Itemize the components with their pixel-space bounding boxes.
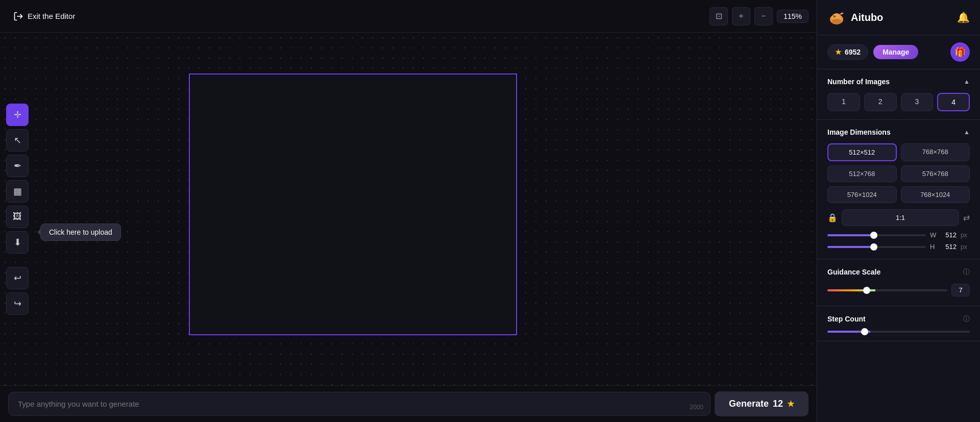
svg-point-3	[834, 15, 836, 17]
width-value: 512	[941, 231, 957, 239]
image-dimensions-chevron: ▲	[964, 129, 970, 136]
top-bar-right: ⊡ ＋ － 115%	[709, 7, 808, 26]
prompt-input-wrap: 2000	[8, 392, 710, 416]
num-images-title: Number of Images	[827, 78, 890, 86]
redo-button[interactable]: ↪	[6, 292, 29, 315]
manage-button[interactable]: Manage	[873, 45, 918, 59]
guidance-value: 7	[951, 284, 970, 296]
upload-tooltip: Click here to upload	[40, 224, 121, 241]
ratio-row: 🔒 ⇄	[827, 209, 970, 226]
lock-icon[interactable]: 🔒	[827, 213, 838, 222]
credits-value: 6952	[845, 48, 861, 56]
image-icon: 🖼	[13, 211, 22, 222]
star-icon: ★	[787, 399, 794, 409]
num-3-button[interactable]: 3	[901, 93, 934, 111]
swap-icon[interactable]: ⇄	[963, 213, 970, 222]
pen-tool-button[interactable]: ✒	[6, 155, 29, 177]
dim-768x768-button[interactable]: 768×768	[901, 143, 970, 161]
left-toolbar: ✛ ↖ ✒ ▦ 🖼 Click here to upload ⬇ ↩ ↪	[6, 104, 29, 315]
height-row: H 512 px	[827, 243, 970, 251]
pen-icon: ✒	[14, 160, 21, 171]
guidance-info-icon[interactable]: ⓘ	[963, 267, 970, 277]
redo-icon: ↪	[14, 298, 21, 309]
credits-badge: ★ 6952	[827, 44, 868, 60]
image-dimensions-section: Image Dimensions ▲ 512×512 768×768 512×7…	[817, 120, 980, 259]
dim-768x1024-button[interactable]: 768×1024	[901, 186, 970, 203]
gift-button[interactable]: 🎁	[950, 42, 970, 62]
dim-576x768-button[interactable]: 576×768	[901, 165, 970, 182]
screenshot-icon: ⊡	[716, 11, 722, 21]
num-4-button[interactable]: 4	[937, 93, 970, 111]
select-tool-button[interactable]: ↖	[6, 129, 29, 152]
step-info-icon[interactable]: ⓘ	[963, 314, 970, 324]
brand-name: Aitubo	[851, 12, 883, 23]
download-button[interactable]: ⬇	[6, 231, 29, 254]
char-count: 2000	[690, 404, 703, 411]
ratio-input[interactable]	[842, 209, 959, 226]
bell-icon[interactable]: 🔔	[957, 11, 970, 23]
image-dimensions-header[interactable]: Image Dimensions ▲	[827, 128, 970, 136]
brand-header: Aitubo 🔔	[817, 0, 980, 35]
top-bar: Exit the Editor ⊡ ＋ － 115%	[0, 0, 817, 33]
w-label: W	[930, 231, 937, 239]
step-slider[interactable]	[827, 331, 970, 333]
step-count-title: Step Count	[827, 315, 866, 323]
move-tool-button[interactable]: ✛	[6, 104, 29, 126]
width-unit: px	[961, 232, 970, 239]
undo-button[interactable]: ↩	[6, 267, 29, 289]
canvas-area: ✛ ↖ ✒ ▦ 🖼 Click here to upload ⬇ ↩ ↪	[0, 33, 817, 385]
generate-label: Generate	[729, 399, 769, 409]
step-count-header[interactable]: Step Count ⓘ	[827, 314, 970, 324]
num-images-header[interactable]: Number of Images ▲	[827, 78, 970, 86]
generate-button[interactable]: Generate 12 ★	[715, 391, 808, 416]
bottom-bar: 2000 Generate 12 ★	[0, 385, 817, 422]
h-label: H	[930, 243, 937, 251]
step-row	[827, 331, 970, 333]
height-value: 512	[941, 243, 957, 251]
canvas-frame[interactable]	[189, 73, 517, 335]
right-panel: Aitubo 🔔 ★ 6952 Manage 🎁 Number of Image…	[817, 0, 980, 422]
star-gold-icon: ★	[835, 48, 842, 56]
credits-row: ★ 6952 Manage 🎁	[817, 35, 980, 69]
plus-icon: ＋	[737, 11, 745, 21]
width-row: W 512 px	[827, 231, 970, 239]
generate-cost: 12	[773, 399, 783, 409]
exit-label: Exit the Editor	[28, 12, 75, 20]
guidance-slider[interactable]	[827, 289, 947, 291]
editor-area: Exit the Editor ⊡ ＋ － 115% ✛ ↖	[0, 0, 817, 422]
exit-button[interactable]: Exit the Editor	[8, 8, 80, 24]
download-icon: ⬇	[14, 237, 21, 248]
pattern-icon: ▦	[13, 186, 22, 197]
move-icon: ✛	[14, 109, 21, 120]
dim-512x512-button[interactable]: 512×512	[827, 143, 897, 161]
num-2-button[interactable]: 2	[864, 93, 897, 111]
screenshot-button[interactable]: ⊡	[709, 7, 728, 26]
dim-512x768-button[interactable]: 512×768	[827, 165, 897, 182]
brand-logo	[827, 8, 846, 27]
height-slider[interactable]	[827, 246, 926, 248]
image-upload-button[interactable]: 🖼 Click here to upload	[6, 206, 29, 228]
step-count-section: Step Count ⓘ	[817, 306, 980, 341]
width-slider[interactable]	[827, 234, 926, 236]
num-images-chevron: ▲	[964, 78, 970, 85]
image-dimensions-title: Image Dimensions	[827, 128, 891, 136]
brand-left: Aitubo	[827, 8, 883, 27]
height-unit: px	[961, 243, 970, 251]
zoom-out-button[interactable]: －	[754, 7, 773, 26]
zoom-level: 115%	[777, 10, 808, 23]
num-1-button[interactable]: 1	[827, 93, 860, 111]
dim-576x1024-button[interactable]: 576×1024	[827, 186, 897, 203]
num-images-grid: 1 2 3 4	[827, 93, 970, 111]
guidance-scale-section: Guidance Scale ⓘ 7	[817, 259, 980, 306]
num-images-section: Number of Images ▲ 1 2 3 4	[817, 69, 980, 120]
zoom-in-button[interactable]: ＋	[732, 7, 750, 26]
minus-icon: －	[760, 11, 768, 21]
undo-icon: ↩	[14, 272, 21, 284]
guidance-scale-header[interactable]: Guidance Scale ⓘ	[827, 267, 970, 277]
pattern-tool-button[interactable]: ▦	[6, 180, 29, 203]
guidance-row: 7	[827, 284, 970, 296]
select-icon: ↖	[14, 135, 21, 146]
prompt-input[interactable]	[8, 392, 710, 416]
gift-icon: 🎁	[954, 46, 966, 58]
guidance-scale-title: Guidance Scale	[827, 268, 880, 276]
